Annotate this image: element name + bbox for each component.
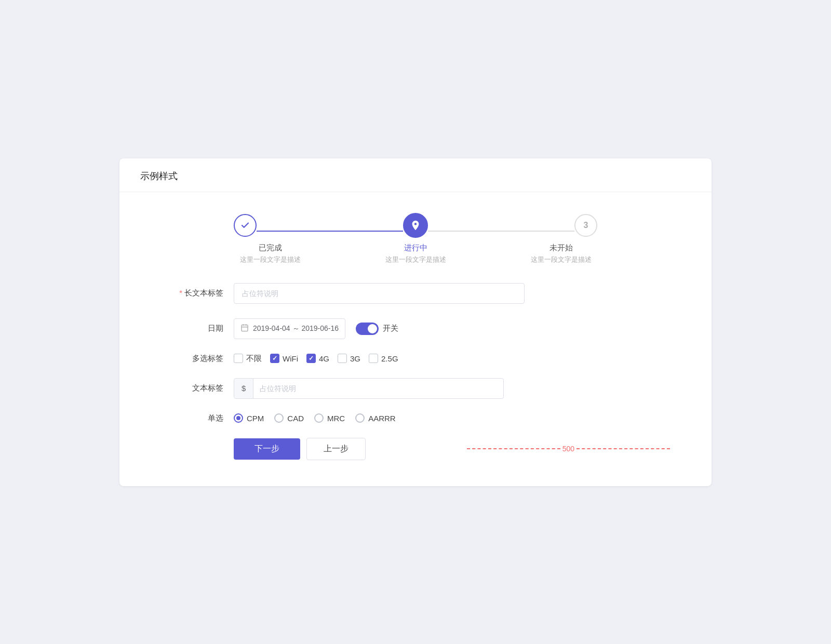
checkbox-wifi[interactable]: WiFi [270, 354, 298, 363]
radio-group: CPM CAD MRC AARRR [234, 413, 396, 423]
radio-cpm-label: CPM [247, 414, 264, 423]
connector-1 [257, 231, 403, 232]
text-label: 文本标签 [161, 383, 223, 393]
prefix-input-wrap: $ [234, 378, 504, 399]
steps-container: 3 已完成 这里一段文字是描述 进行中 这里一段文字是描述 [161, 213, 670, 264]
step3-title: 未开始 [549, 243, 573, 253]
radio-row: 单选 CPM CAD MRC AARRR [161, 413, 670, 423]
checkbox-25g-label: 2.5G [381, 354, 398, 363]
checkbox-wifi-box [270, 354, 279, 363]
checkbox-no-limit-box [234, 354, 243, 363]
long-text-label: *长文本标签 [161, 288, 223, 298]
step1-title: 已完成 [259, 243, 282, 253]
checkbox-4g-box [306, 354, 316, 363]
multi-label: 多选标签 [161, 354, 223, 364]
radio-cpm-circle [234, 413, 243, 423]
date-range-picker[interactable]: 2019-04-04 ～ 2019-06-16 [234, 318, 345, 339]
svg-rect-0 [242, 325, 248, 331]
date-row: 日期 2019-04-04 ～ 2019-06-16 开关 [161, 318, 670, 339]
long-text-row: *长文本标签 [161, 283, 670, 304]
radio-label: 单选 [161, 413, 223, 423]
main-card: 示例样式 [119, 158, 712, 486]
step1-circle [234, 214, 257, 237]
checkbox-no-limit[interactable]: 不限 [234, 354, 262, 364]
step3-labels: 未开始 这里一段文字是描述 [525, 243, 597, 264]
step2-title: 进行中 [404, 243, 427, 253]
spacer2 [452, 243, 525, 264]
dashed-line-right [577, 448, 670, 449]
checkbox-4g[interactable]: 4G [306, 354, 329, 363]
checkbox-wifi-label: WiFi [283, 354, 298, 363]
date-range-value: 2019-04-04 ～ 2019-06-16 [253, 324, 339, 333]
text-prefix-input[interactable] [253, 379, 503, 398]
required-star: * [179, 288, 182, 297]
radio-aarrr[interactable]: AARRR [355, 413, 396, 423]
step3-number: 3 [584, 221, 588, 230]
radio-aarrr-circle [355, 413, 365, 423]
radio-mrc-label: MRC [327, 414, 345, 423]
step3-circle: 3 [574, 214, 597, 237]
prev-button[interactable]: 上一步 [306, 438, 366, 460]
checkbox-25g-box [369, 354, 378, 363]
multi-checkbox-row: 多选标签 不限 WiFi 4G 3G [161, 354, 670, 364]
checkbox-group: 不限 WiFi 4G 3G 2.5G [234, 354, 398, 364]
radio-cpm[interactable]: CPM [234, 413, 264, 423]
buttons-row: 下一步 上一步 500 [161, 438, 670, 460]
dashed-value: 500 [562, 445, 574, 453]
dashed-line-left [467, 448, 560, 449]
steps-labels-row: 已完成 这里一段文字是描述 进行中 这里一段文字是描述 未开始 这里一段文字是描… [234, 243, 597, 264]
toggle-label: 开关 [383, 324, 398, 333]
page-title: 示例样式 [119, 158, 712, 192]
step2-circle [403, 213, 428, 238]
radio-mrc-circle [314, 413, 324, 423]
checkbox-3g-box [338, 354, 347, 363]
checkbox-3g-label: 3G [350, 354, 360, 363]
text-prefix-row: 文本标签 $ [161, 378, 670, 399]
checkbox-3g[interactable]: 3G [338, 354, 360, 363]
radio-aarrr-label: AARRR [368, 414, 396, 423]
step1-labels: 已完成 这里一段文字是描述 [234, 243, 306, 264]
connector-2 [428, 231, 574, 232]
checkbox-4g-label: 4G [319, 354, 329, 363]
dashed-indicator: 500 [467, 445, 670, 453]
step1-desc: 这里一段文字是描述 [240, 255, 301, 264]
long-text-input[interactable] [234, 283, 525, 304]
date-label: 日期 [161, 324, 223, 333]
radio-cad[interactable]: CAD [274, 413, 304, 423]
radio-mrc[interactable]: MRC [314, 413, 345, 423]
checkbox-no-limit-label: 不限 [246, 354, 262, 364]
spacer-after-steps [161, 264, 670, 283]
toggle-switch[interactable] [356, 323, 379, 335]
step3-desc: 这里一段文字是描述 [531, 255, 592, 264]
step2-desc: 这里一段文字是描述 [385, 255, 446, 264]
steps-row: 3 [234, 213, 597, 238]
input-prefix-symbol: $ [234, 379, 253, 398]
checkbox-25g[interactable]: 2.5G [369, 354, 398, 363]
spacer1 [306, 243, 379, 264]
toggle-wrap: 开关 [356, 323, 398, 335]
next-button[interactable]: 下一步 [234, 438, 300, 460]
radio-cad-label: CAD [287, 414, 304, 423]
radio-cad-circle [274, 413, 284, 423]
calendar-icon [240, 324, 249, 334]
card-body: 3 已完成 这里一段文字是描述 进行中 这里一段文字是描述 [119, 192, 712, 486]
step2-labels: 进行中 这里一段文字是描述 [379, 243, 452, 264]
